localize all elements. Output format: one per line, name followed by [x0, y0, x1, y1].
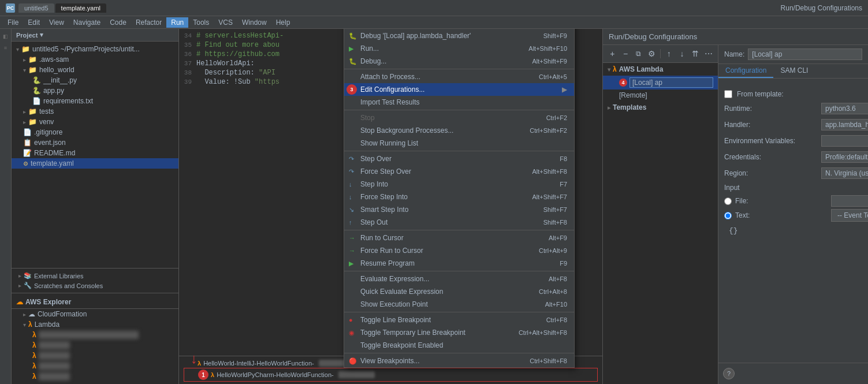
tab-template-yaml[interactable]: template.yaml: [55, 3, 106, 13]
lambda-fn-1[interactable]: λ HelloWorld-IntelliJ-HelloWorldFn: [12, 330, 178, 340]
menu-view[interactable]: View: [44, 17, 69, 28]
attach-item[interactable]: Attach to Process... Ctrl+Alt+5: [344, 70, 574, 83]
edit-configurations-item[interactable]: 3 Edit Configurations... ▶: [344, 83, 574, 96]
debug-app-item[interactable]: 🐛 Debug '[Local] app.lambda_handler' Shi…: [344, 29, 574, 42]
toggle-temp-bp-item[interactable]: ◉ Toggle Temporary Line Breakpoint Ctrl+…: [344, 326, 574, 339]
file-path-input[interactable]: [831, 195, 868, 207]
tree-item-app[interactable]: 🐍 app.py: [12, 85, 178, 96]
lambda-item[interactable]: ▾ λ Lambda: [12, 319, 178, 330]
toggle-bp-enabled-item[interactable]: Toggle Breakpoint Enabled: [344, 339, 574, 352]
force-step-into-label: Force Step Into: [360, 193, 408, 201]
menu-navigate[interactable]: Navigate: [69, 17, 105, 28]
stop-item[interactable]: Stop Ctrl+F2: [344, 111, 574, 124]
run-item[interactable]: ▶ Run... Alt+Shift+F10: [344, 42, 574, 55]
local-config-item[interactable]: 4: [603, 76, 718, 90]
help-button[interactable]: ?: [723, 368, 735, 379]
text-radio[interactable]: [724, 212, 732, 219]
menu-vcs[interactable]: VCS: [214, 17, 237, 28]
from-template-checkbox[interactable]: [724, 90, 732, 98]
menu-file[interactable]: File: [3, 17, 23, 28]
tree-item-hello-world[interactable]: ▾ 📁 hello_world: [12, 65, 178, 75]
step-into-item[interactable]: ↓ Step Into F7: [344, 178, 574, 191]
remote-config-label: [Remote]: [619, 91, 647, 99]
show-execution-item[interactable]: Show Execution Point Alt+F10: [344, 298, 574, 311]
project-panel-header[interactable]: Project ▾: [12, 29, 178, 42]
event-templates-select[interactable]: -- Event Templates --: [831, 209, 868, 222]
smart-step-into-item[interactable]: ↘ Smart Step Into Shift+F7: [344, 203, 574, 216]
handler-input[interactable]: [821, 119, 868, 131]
tab-untitled5[interactable]: untitled5: [18, 3, 54, 13]
scratches-label: Scratches and Consoles: [34, 282, 103, 289]
remote-config-item[interactable]: [Remote]: [603, 90, 718, 101]
tree-item-gitignore[interactable]: 📄 .gitignore: [12, 127, 178, 137]
quick-evaluate-item[interactable]: Quick Evaluate Expression Ctrl+Alt+8: [344, 285, 574, 298]
tree-item-readme[interactable]: 📝 README.md: [12, 148, 178, 158]
runtime-input[interactable]: [821, 103, 868, 114]
aws-explorer-header[interactable]: ☁ AWS Explorer: [12, 296, 178, 309]
local-config-input[interactable]: [629, 77, 713, 88]
aws-lambda-group[interactable]: ▾ λ AWS Lambda: [603, 63, 718, 76]
lambda-fn-5[interactable]: λ fn5blurred: [12, 371, 178, 382]
move-up-button[interactable]: ↑: [663, 47, 675, 60]
tab-configuration[interactable]: Configuration: [718, 64, 773, 78]
name-row: Name:: [718, 45, 868, 64]
tab-sam-cli[interactable]: SAM CLI: [773, 64, 815, 78]
lambda-list-item-pycharm[interactable]: 1 λ HelloWorldPyCharm-HelloWorldFunction…: [184, 368, 598, 382]
view-breakpoints-item[interactable]: 🔴 View Breakpoints... Ctrl+Shift+F8: [344, 355, 574, 367]
copy-config-button[interactable]: ⧉: [633, 47, 645, 60]
tree-item-init[interactable]: 🐍 __init__.py: [12, 75, 178, 85]
more-button[interactable]: ⋯: [702, 47, 714, 60]
scratches-item[interactable]: ▸ 🔧 Scratches and Consoles: [16, 281, 174, 290]
move-down-button[interactable]: ↓: [676, 47, 688, 60]
region-input[interactable]: [821, 167, 868, 179]
tree-item-venv[interactable]: ▸ 📁 venv: [12, 117, 178, 127]
evaluate-expr-item[interactable]: Evaluate Expression... Alt+F8: [344, 273, 574, 285]
step-over-item[interactable]: ↷ Step Over F8: [344, 152, 574, 165]
tree-item-root[interactable]: ▾ 📁 untitled5 ~/PycharmProjects/untit...: [12, 44, 178, 54]
toggle-breakpoint-item[interactable]: ● Toggle Line Breakpoint Ctrl+F8: [344, 314, 574, 326]
menu-tools[interactable]: Tools: [188, 17, 214, 28]
force-step-into-item[interactable]: ↓ Force Step Into Alt+Shift+F7: [344, 191, 574, 203]
share-button[interactable]: ⇈: [689, 47, 701, 60]
project-icon[interactable]: ◧: [1, 32, 10, 41]
tree-item-template-yaml[interactable]: ⚙ template.yaml: [12, 158, 178, 169]
cloudformation-item[interactable]: ▸ ☁ CloudFormation: [12, 309, 178, 319]
tree-item-requirements[interactable]: 📄 requirements.txt: [12, 96, 178, 106]
settings-config-button[interactable]: ⚙: [646, 47, 658, 60]
show-running-item[interactable]: Show Running List: [344, 137, 574, 150]
add-config-button[interactable]: +: [606, 47, 619, 60]
menu-window[interactable]: Window: [237, 17, 271, 28]
lambda-fn-4[interactable]: λ fn4blurred: [12, 361, 178, 371]
debug-shortcut: Alt+Shift+F9: [532, 58, 567, 65]
remove-config-button[interactable]: −: [620, 47, 632, 60]
tree-item-event-json[interactable]: 📋 event.json: [12, 137, 178, 148]
menu-help[interactable]: Help: [271, 17, 295, 28]
step-out-item[interactable]: ↑ Step Out Shift+F8: [344, 216, 574, 229]
resume-program-item[interactable]: ▶ Resume Program F9: [344, 257, 574, 270]
credentials-input[interactable]: [821, 151, 868, 163]
lambda-fn-3[interactable]: λ fn3blurred: [12, 351, 178, 361]
force-step-over-item[interactable]: ↷ Force Step Over Alt+Shift+F8: [344, 165, 574, 178]
step-into-icon: ↓: [349, 181, 352, 188]
toggle-bp-shortcut: Ctrl+F8: [546, 316, 567, 323]
stop-bg-label: Stop Background Processes...: [360, 126, 453, 135]
name-input[interactable]: [748, 49, 862, 60]
structure-icon[interactable]: ≡: [1, 43, 10, 53]
lambda-fn-2[interactable]: λ fn2blurred: [12, 340, 178, 351]
menu-code[interactable]: Code: [105, 17, 131, 28]
tree-item-tests[interactable]: ▸ 📁 tests: [12, 106, 178, 117]
file-radio[interactable]: [724, 197, 732, 205]
menu-run[interactable]: Run: [166, 17, 188, 28]
import-results-item[interactable]: Import Test Results: [344, 96, 574, 109]
templates-group[interactable]: ▸ Templates: [603, 101, 718, 114]
menu-edit[interactable]: Edit: [23, 17, 44, 28]
app-logo: PC: [6, 3, 15, 13]
external-libraries-item[interactable]: ▸ 📚 External Libraries: [16, 271, 174, 281]
tree-item-aws-sam[interactable]: ▸ 📁 .aws-sam: [12, 54, 178, 65]
stop-bg-item[interactable]: Stop Background Processes... Ctrl+Shift+…: [344, 124, 574, 137]
force-run-to-cursor-item[interactable]: → Force Run to Cursor Ctrl+Alt+9: [344, 244, 574, 257]
run-to-cursor-item[interactable]: → Run to Cursor Alt+F9: [344, 232, 574, 244]
debug-item[interactable]: 🐛 Debug... Alt+Shift+F9: [344, 55, 574, 68]
env-vars-input[interactable]: [821, 135, 868, 147]
menu-refactor[interactable]: Refactor: [131, 17, 166, 28]
